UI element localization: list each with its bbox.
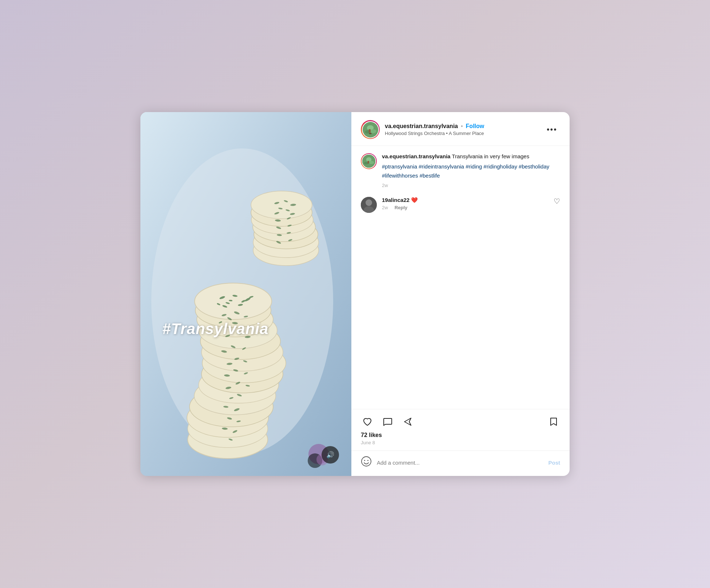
comment-bubble-icon (383, 417, 393, 427)
comment-avatar-19alinca22 (361, 197, 377, 213)
header-avatar-placeholder (363, 122, 378, 138)
emoji-picker-button[interactable] (361, 456, 372, 469)
svg-point-95 (362, 457, 371, 466)
post-actions: 72 likes June 8 (351, 409, 570, 450)
comment-row: 19alinca22 ❤️ 2w Reply ♡ (361, 197, 560, 213)
audio-button[interactable]: 🔊 (322, 446, 339, 464)
comment-body-19alinca22: 19alinca22 ❤️ 2w Reply (382, 197, 549, 210)
post-date: June 8 (361, 440, 560, 445)
more-options-button[interactable]: ••• (544, 123, 560, 136)
bookmark-icon (549, 417, 559, 427)
caption-avatar-svg (362, 154, 375, 168)
comment-text-row: 19alinca22 ❤️ (382, 197, 549, 203)
add-comment-input[interactable] (377, 460, 543, 466)
post-comments-area: va.equestrian.transylvania Transylvania … (351, 146, 570, 409)
post-image-bg: #Transylvania 🔊 (140, 112, 351, 476)
svg-point-84 (370, 129, 376, 133)
comment-avatar-svg (361, 197, 377, 213)
comment-button[interactable] (381, 415, 394, 428)
food-image-svg (140, 112, 351, 476)
svg-rect-85 (368, 129, 370, 132)
audio-icon: 🔊 (326, 451, 334, 459)
likes-count: 72 likes (361, 432, 560, 438)
svg-rect-91 (367, 161, 369, 163)
header-top-row: va.equestrian.transylvania • Follow (385, 123, 539, 130)
header-avatar-image (363, 122, 378, 138)
post-comment-button[interactable]: Post (548, 460, 560, 466)
caption-body: va.equestrian.transylvania Transylvania … (382, 152, 560, 188)
caption-username[interactable]: va.equestrian.transylvania (382, 153, 450, 159)
action-icons-row (361, 415, 560, 428)
svg-point-86 (369, 133, 371, 134)
emoji-face-icon (361, 456, 372, 467)
comment-reply-button[interactable]: Reply (395, 205, 407, 210)
like-button[interactable] (361, 415, 374, 428)
header-dot-separator: • (461, 123, 463, 130)
share-icon (403, 417, 413, 427)
svg-point-15 (195, 283, 272, 319)
music-info: Hollywood Strings Orchestra • A Summer P… (385, 131, 539, 136)
caption-avatar-ring (361, 153, 377, 169)
svg-point-62 (251, 191, 312, 219)
header-info: va.equestrian.transylvania • Follow Holl… (385, 123, 539, 136)
comment-time-row: 2w Reply (382, 205, 549, 210)
header-username[interactable]: va.equestrian.transylvania (385, 123, 458, 130)
like-heart-icon (362, 417, 372, 427)
caption-main-text: Transylvania in very few images (452, 153, 529, 159)
caption-avatar-image (362, 155, 375, 168)
comment-time: 2w (382, 205, 388, 210)
svg-point-90 (369, 161, 374, 164)
share-button[interactable] (402, 415, 415, 428)
svg-point-96 (364, 460, 365, 461)
image-hashtag-overlay: #Transylvania (162, 320, 268, 338)
post-content-panel: va.equestrian.transylvania • Follow Holl… (351, 112, 570, 476)
bookmark-button[interactable] (547, 415, 560, 428)
post-header: va.equestrian.transylvania • Follow Holl… (351, 112, 570, 146)
svg-point-93 (366, 199, 372, 206)
header-avatar-inner (362, 121, 379, 138)
caption-time: 2w (382, 183, 560, 188)
caption-avatar-inner (362, 154, 376, 168)
comment-like-button[interactable]: ♡ (554, 197, 560, 206)
comment-emoji: ❤️ (411, 197, 418, 203)
comment-heart-icon: ♡ (554, 197, 560, 205)
header-avatar-ring (361, 120, 380, 139)
svg-point-97 (367, 460, 368, 461)
comment-username[interactable]: 19alinca22 (382, 197, 410, 203)
caption-text: va.equestrian.transylvania Transylvania … (382, 152, 560, 161)
post-card: #Transylvania 🔊 (140, 112, 570, 476)
post-image-panel: #Transylvania 🔊 (140, 112, 351, 476)
caption-hashtags: #ptransylvania #rideintransylvania #ridi… (382, 162, 560, 180)
add-comment-row: Post (351, 450, 570, 476)
caption-row: va.equestrian.transylvania Transylvania … (361, 152, 560, 188)
follow-button[interactable]: Follow (466, 123, 484, 130)
